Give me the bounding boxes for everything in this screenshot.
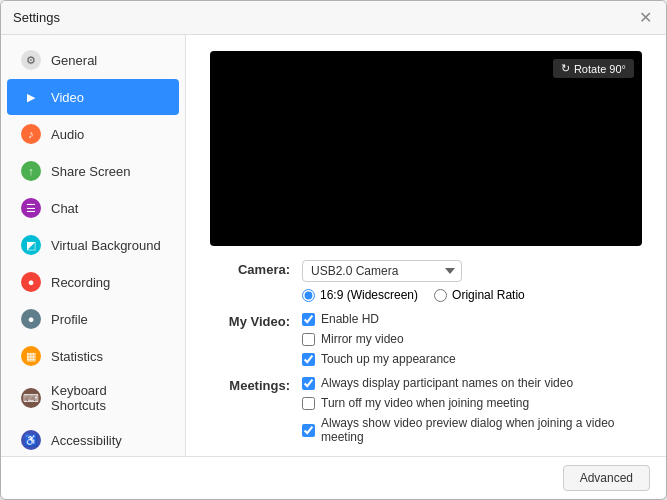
- meetings-label-2: Always show video preview dialog when jo…: [321, 416, 642, 444]
- sidebar-item-accessibility[interactable]: ♿Accessibility: [7, 422, 179, 456]
- camera-label: Camera:: [210, 260, 290, 277]
- video-icon: ▶: [21, 87, 41, 107]
- rotate-button[interactable]: ↻ Rotate 90°: [553, 59, 634, 78]
- main-content: ↻ Rotate 90° Camera: USB2.0 Camera 16:9 …: [186, 35, 666, 456]
- sidebar-item-chat[interactable]: ☰Chat: [7, 190, 179, 226]
- chat-icon: ☰: [21, 198, 41, 218]
- meetings-checkbox-0[interactable]: [302, 377, 315, 390]
- keyboard-icon: ⌨: [21, 388, 41, 408]
- sidebar-label-accessibility: Accessibility: [51, 433, 122, 448]
- sidebar-label-keyboard: Keyboard Shortcuts: [51, 383, 165, 413]
- my-video-option-0[interactable]: Enable HD: [302, 312, 642, 326]
- meetings-checkbox-1[interactable]: [302, 397, 315, 410]
- sidebar-label-audio: Audio: [51, 127, 84, 142]
- camera-controls: USB2.0 Camera 16:9 (Widescreen)Original …: [302, 260, 642, 302]
- my-video-checkbox-2[interactable]: [302, 353, 315, 366]
- share-icon: ↑: [21, 161, 41, 181]
- meetings-label-1: Turn off my video when joining meeting: [321, 396, 529, 410]
- stats-icon: ▦: [21, 346, 41, 366]
- sidebar-label-general: General: [51, 53, 97, 68]
- meetings-controls: Always display participant names on thei…: [302, 376, 642, 444]
- meetings-checkbox-2[interactable]: [302, 424, 315, 437]
- my-video-row: My Video: Enable HDMirror my videoTouch …: [210, 312, 642, 366]
- ratio-radio-16_9[interactable]: [302, 289, 315, 302]
- advanced-button[interactable]: Advanced: [563, 465, 650, 491]
- my-video-option-1[interactable]: Mirror my video: [302, 332, 642, 346]
- close-button[interactable]: ✕: [637, 10, 654, 26]
- meetings-label: Meetings:: [210, 376, 290, 393]
- ratio-option-16_9[interactable]: 16:9 (Widescreen): [302, 288, 418, 302]
- sidebar-label-video: Video: [51, 90, 84, 105]
- accessibility-icon: ♿: [21, 430, 41, 450]
- sidebar-label-chat: Chat: [51, 201, 78, 216]
- my-video-label-1: Mirror my video: [321, 332, 404, 346]
- meetings-option-1[interactable]: Turn off my video when joining meeting: [302, 396, 642, 410]
- sidebar-item-stats[interactable]: ▦Statistics: [7, 338, 179, 374]
- sidebar-label-recording: Recording: [51, 275, 110, 290]
- ratio-label-original: Original Ratio: [452, 288, 525, 302]
- window-title: Settings: [13, 10, 60, 25]
- sidebar-item-vbg[interactable]: ◩Virtual Background: [7, 227, 179, 263]
- sidebar-item-video[interactable]: ▶Video: [7, 79, 179, 115]
- ratio-label-16_9: 16:9 (Widescreen): [320, 288, 418, 302]
- my-video-controls: Enable HDMirror my videoTouch up my appe…: [302, 312, 642, 366]
- sidebar-item-recording[interactable]: ●Recording: [7, 264, 179, 300]
- vbg-icon: ◩: [21, 235, 41, 255]
- sidebar-item-share[interactable]: ↑Share Screen: [7, 153, 179, 189]
- rotate-icon: ↻: [561, 62, 570, 75]
- sidebar-label-stats: Statistics: [51, 349, 103, 364]
- my-video-checkbox-1[interactable]: [302, 333, 315, 346]
- my-video-label-0: Enable HD: [321, 312, 379, 326]
- general-icon: ⚙: [21, 50, 41, 70]
- title-bar: Settings ✕: [1, 1, 666, 35]
- meetings-row: Meetings: Always display participant nam…: [210, 376, 642, 444]
- my-video-option-2[interactable]: Touch up my appearance: [302, 352, 642, 366]
- settings-grid: Camera: USB2.0 Camera 16:9 (Widescreen)O…: [210, 260, 642, 444]
- meetings-label-0: Always display participant names on thei…: [321, 376, 573, 390]
- ratio-row: 16:9 (Widescreen)Original Ratio: [302, 288, 642, 302]
- sidebar-label-share: Share Screen: [51, 164, 131, 179]
- camera-select-wrapper: USB2.0 Camera: [302, 260, 642, 282]
- sidebar-item-general[interactable]: ⚙General: [7, 42, 179, 78]
- sidebar-item-profile[interactable]: ●Profile: [7, 301, 179, 337]
- footer: Advanced: [1, 456, 666, 499]
- sidebar-label-vbg: Virtual Background: [51, 238, 161, 253]
- sidebar-item-audio[interactable]: ♪Audio: [7, 116, 179, 152]
- audio-icon: ♪: [21, 124, 41, 144]
- rotate-label: Rotate 90°: [574, 63, 626, 75]
- camera-row: Camera: USB2.0 Camera 16:9 (Widescreen)O…: [210, 260, 642, 302]
- ratio-radio-original[interactable]: [434, 289, 447, 302]
- content-area: ⚙General▶Video♪Audio↑Share Screen☰Chat◩V…: [1, 35, 666, 456]
- my-video-checkbox-0[interactable]: [302, 313, 315, 326]
- sidebar: ⚙General▶Video♪Audio↑Share Screen☰Chat◩V…: [1, 35, 186, 456]
- recording-icon: ●: [21, 272, 41, 292]
- profile-icon: ●: [21, 309, 41, 329]
- camera-dropdown[interactable]: USB2.0 Camera: [302, 260, 462, 282]
- my-video-label: My Video:: [210, 312, 290, 329]
- settings-window: Settings ✕ ⚙General▶Video♪Audio↑Share Sc…: [0, 0, 667, 500]
- my-video-label-2: Touch up my appearance: [321, 352, 456, 366]
- meetings-option-2[interactable]: Always show video preview dialog when jo…: [302, 416, 642, 444]
- meetings-option-0[interactable]: Always display participant names on thei…: [302, 376, 642, 390]
- sidebar-label-profile: Profile: [51, 312, 88, 327]
- sidebar-item-keyboard[interactable]: ⌨Keyboard Shortcuts: [7, 375, 179, 421]
- video-preview: ↻ Rotate 90°: [210, 51, 642, 246]
- ratio-option-original[interactable]: Original Ratio: [434, 288, 525, 302]
